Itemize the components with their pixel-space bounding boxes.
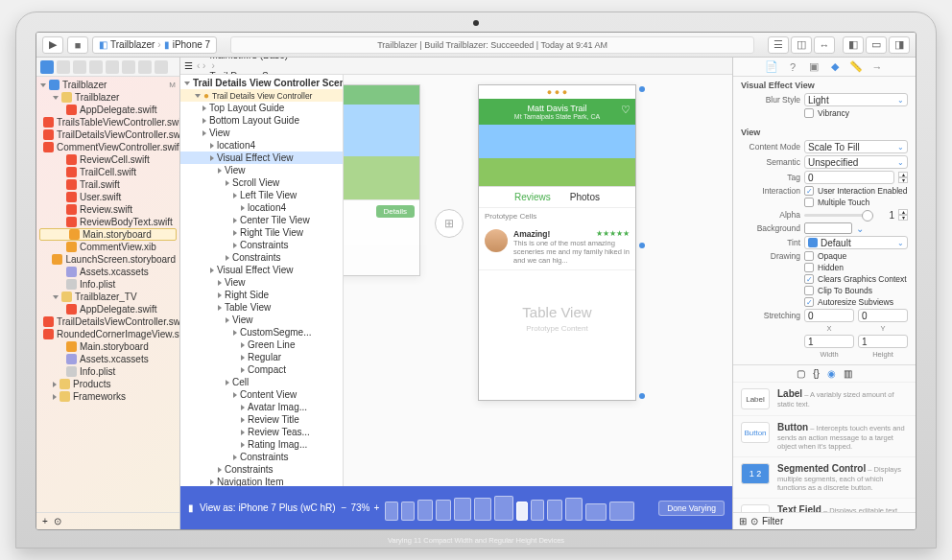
- blur-style-select[interactable]: Light⌄: [804, 93, 908, 106]
- jump-bar[interactable]: ☰ ‹ › Trailblazer›Trailblazer›Main.story…: [180, 58, 732, 75]
- object-library: ▢ {} ◉ ▥ LabelLabel – A variably sized a…: [733, 364, 916, 512]
- media-library-tab[interactable]: ▥: [844, 368, 852, 379]
- library-item[interactable]: ButtonButton – Intercepts touch events a…: [733, 416, 916, 457]
- object-library-tab[interactable]: ◉: [827, 368, 836, 379]
- identity-inspector-tab[interactable]: ▣: [806, 59, 821, 75]
- run-button[interactable]: ▶: [42, 36, 63, 54]
- help-inspector-tab[interactable]: ?: [785, 59, 800, 75]
- size-class-bar[interactable]: ▮ View as: iPhone 7 Plus (wC hR) − 73% +…: [180, 486, 732, 529]
- device-preview[interactable]: ● ● ● Matt Davis Trail Mt Tamalpais Stat…: [478, 84, 636, 401]
- file-item[interactable]: RoundedCornerImageView.swift: [36, 328, 179, 340]
- multiple-touch-checkbox[interactable]: [804, 198, 814, 207]
- file-item[interactable]: Main.storyboard: [39, 228, 177, 241]
- debug-nav-tab[interactable]: [122, 60, 135, 74]
- issue-nav-tab[interactable]: [89, 60, 103, 74]
- library-item[interactable]: TextText Field – Displays editable text …: [733, 499, 916, 512]
- find-nav-tab[interactable]: [73, 60, 86, 74]
- zoom-out-icon[interactable]: −: [342, 502, 347, 513]
- file-item[interactable]: Info.plist: [36, 365, 179, 378]
- grid-icon[interactable]: ⊞: [739, 516, 747, 526]
- interface-builder-canvas[interactable]: Details ⊞ ● ● ● Matt Davis Trail Mt Tama…: [344, 75, 732, 486]
- code-snippet-tab[interactable]: {}: [813, 368, 820, 379]
- attributes-inspector-tab[interactable]: ◆: [827, 59, 843, 75]
- tint-select[interactable]: Default⌄: [804, 236, 908, 249]
- file-item[interactable]: TrailDetailsViewController.swift: [36, 128, 179, 141]
- file-item[interactable]: Trail.swift: [36, 178, 179, 191]
- opaque-checkbox[interactable]: [804, 251, 814, 261]
- file-item[interactable]: TrailsTableViewController.swift: [36, 116, 179, 128]
- file-item[interactable]: LaunchScreen.storyboard: [36, 253, 179, 266]
- file-item[interactable]: TrailDetailsViewController.swift: [36, 315, 179, 328]
- size-inspector-tab[interactable]: 📏: [848, 59, 864, 75]
- prototype-label: Prototype Cells: [479, 208, 635, 224]
- filter-icon[interactable]: ⊙: [54, 516, 61, 526]
- symbol-nav-tab[interactable]: [57, 60, 70, 74]
- done-varying-button[interactable]: Done Varying: [658, 501, 725, 516]
- project-navigator: TrailblazerMTrailblazerAppDelegate.swift…: [36, 58, 180, 529]
- file-item[interactable]: Main.storyboard: [36, 340, 179, 353]
- heart-icon[interactable]: ♡: [621, 104, 631, 116]
- editor-area: ☰ ‹ › Trailblazer›Trailblazer›Main.story…: [180, 58, 733, 529]
- project-nav-tab[interactable]: [40, 60, 54, 74]
- group-Products[interactable]: Products: [36, 378, 179, 390]
- segment-control[interactable]: Reviews Photos: [479, 187, 635, 208]
- file-item[interactable]: AppDelegate.swift: [36, 303, 179, 315]
- inspector-panel: 📄 ? ▣ ◆ 📏 → Visual Effect View Blur Styl…: [733, 58, 916, 529]
- hidden-checkbox[interactable]: [804, 263, 814, 272]
- navigator-tabs[interactable]: [36, 58, 179, 77]
- ghost-scene: Details: [344, 84, 420, 276]
- editor-standard-button[interactable]: ☰: [768, 36, 789, 54]
- file-item[interactable]: Assets.xcassets: [36, 266, 179, 278]
- alpha-slider[interactable]: [804, 214, 873, 217]
- test-nav-tab[interactable]: [106, 60, 119, 74]
- file-inspector-tab[interactable]: 📄: [764, 59, 779, 75]
- add-icon[interactable]: +: [42, 516, 48, 526]
- connections-inspector-tab[interactable]: →: [869, 59, 885, 75]
- group-Frameworks[interactable]: Frameworks: [36, 390, 179, 403]
- tag-field[interactable]: 0: [804, 171, 894, 184]
- group-Trailblazer_TV[interactable]: Trailblazer_TV: [36, 291, 179, 303]
- file-item[interactable]: Info.plist: [36, 278, 179, 291]
- library-item[interactable]: 1 2Segmented Control – Displays multiple…: [733, 457, 916, 499]
- file-item[interactable]: Review.swift: [36, 203, 179, 216]
- autoresize-checkbox[interactable]: [804, 297, 814, 307]
- library-item[interactable]: LabelLabel – A variably sized amount of …: [733, 383, 916, 416]
- file-item[interactable]: CommentView.xib: [36, 241, 179, 253]
- report-nav-tab[interactable]: [155, 60, 168, 74]
- device-config-icon[interactable]: ▮: [188, 502, 194, 513]
- review-cell[interactable]: Amazing! ★★★★★ This is one of the most a…: [479, 224, 635, 270]
- table-view-placeholder: Table View Prototype Content: [479, 270, 635, 366]
- breakpoint-nav-tab[interactable]: [138, 60, 152, 74]
- toggle-inspector-button[interactable]: ◨: [889, 36, 910, 54]
- toggle-navigator-button[interactable]: ◧: [843, 36, 864, 54]
- file-template-tab[interactable]: ▢: [797, 368, 805, 379]
- toggle-debug-button[interactable]: ▭: [866, 36, 887, 54]
- filter-icon: ⊙: [750, 516, 758, 526]
- editor-version-button[interactable]: ↔: [814, 36, 835, 54]
- library-filter[interactable]: ⊞ ⊙ Filter: [733, 512, 916, 529]
- stop-button[interactable]: ■: [67, 36, 88, 54]
- inspector-tabs[interactable]: 📄 ? ▣ ◆ 📏 →: [733, 58, 916, 77]
- background-color-well[interactable]: [804, 222, 852, 234]
- file-item[interactable]: ReviewBodyText.swift: [36, 216, 179, 228]
- file-item[interactable]: TrailCell.swift: [36, 166, 179, 178]
- file-item[interactable]: AppDelegate.swift: [36, 104, 179, 116]
- document-outline[interactable]: Trail Details View Controller Scene● Tra…: [180, 75, 344, 486]
- zoom-in-icon[interactable]: +: [373, 502, 379, 513]
- content-mode-select[interactable]: Scale To Fill⌄: [804, 140, 908, 153]
- user-interaction-checkbox[interactable]: [804, 186, 814, 196]
- project-root[interactable]: TrailblazerM: [36, 79, 179, 91]
- clip-bounds-checkbox[interactable]: [804, 286, 814, 295]
- scheme-selector[interactable]: ◧ Trailblazer › ▮ iPhone 7: [92, 36, 217, 54]
- related-items-icon[interactable]: ☰: [184, 60, 193, 71]
- editor-assistant-button[interactable]: ◫: [791, 36, 812, 54]
- file-item[interactable]: ReviewCell.swift: [36, 153, 179, 166]
- segue-icon[interactable]: ⊞: [435, 209, 464, 238]
- file-item[interactable]: User.swift: [36, 191, 179, 203]
- semantic-select[interactable]: Unspecified⌄: [804, 155, 908, 169]
- file-item[interactable]: CommentViewController.swift: [36, 141, 179, 153]
- vibrancy-checkbox[interactable]: [804, 108, 814, 118]
- group-Trailblazer[interactable]: Trailblazer: [36, 91, 179, 104]
- clears-context-checkbox[interactable]: [804, 274, 814, 284]
- file-item[interactable]: Assets.xcassets: [36, 353, 179, 365]
